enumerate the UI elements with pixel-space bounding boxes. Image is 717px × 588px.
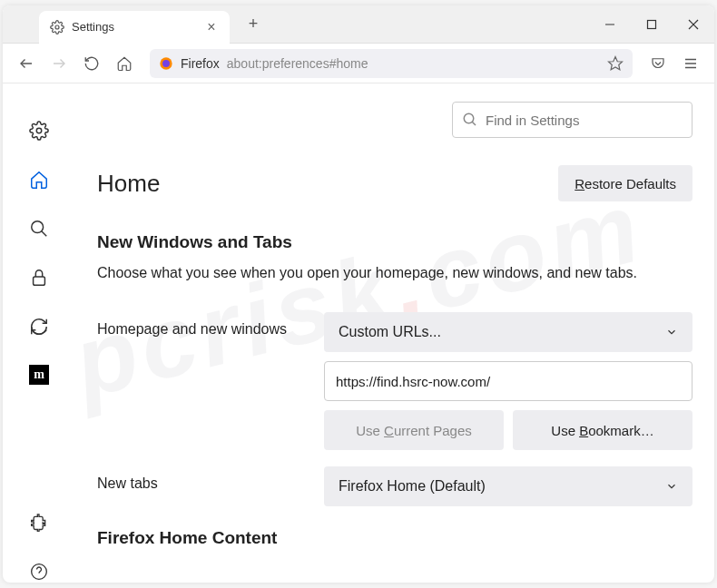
url-address: about:preferences#home	[227, 56, 600, 71]
minimize-button[interactable]	[589, 5, 631, 44]
svg-marker-9	[609, 56, 623, 69]
svg-rect-16	[34, 277, 45, 285]
section-new-windows-title: New Windows and Tabs	[97, 232, 692, 252]
chevron-down-icon	[665, 326, 678, 338]
homepage-select[interactable]: Custom URLs...	[324, 312, 692, 352]
sidebar-sync[interactable]	[28, 316, 50, 338]
newtabs-select-value: Firefox Home (Default)	[339, 478, 486, 495]
url-bar[interactable]: Firefox about:preferences#home	[150, 49, 633, 78]
sidebar: m	[3, 83, 75, 583]
sidebar-more-mozilla[interactable]: m	[29, 365, 49, 385]
bookmark-star-icon[interactable]	[607, 55, 624, 72]
svg-point-0	[55, 25, 59, 29]
sidebar-privacy[interactable]	[28, 267, 50, 289]
sidebar-search[interactable]	[28, 218, 50, 240]
menu-button[interactable]	[676, 49, 705, 78]
sidebar-extensions[interactable]	[28, 512, 50, 534]
svg-point-13	[36, 128, 42, 133]
sidebar-general[interactable]	[28, 120, 50, 142]
sidebar-home[interactable]	[28, 169, 50, 191]
maximize-button[interactable]	[631, 5, 673, 44]
close-window-button[interactable]	[673, 5, 714, 44]
newtabs-select[interactable]: Firefox Home (Default)	[324, 466, 692, 506]
gear-icon	[50, 20, 64, 34]
svg-point-8	[162, 60, 170, 67]
chevron-down-icon	[665, 480, 678, 493]
toolbar: Firefox about:preferences#home	[3, 44, 714, 83]
use-bookmark-button[interactable]: Use Bookmark…	[513, 410, 692, 450]
home-nav-button[interactable]	[110, 49, 139, 78]
newtabs-label: New tabs	[97, 466, 324, 492]
firefox-icon	[159, 56, 173, 71]
tab-title: Settings	[72, 20, 204, 34]
forward-button[interactable]	[44, 49, 74, 78]
svg-rect-2	[648, 20, 656, 28]
reload-button[interactable]	[77, 49, 106, 78]
pocket-button[interactable]	[643, 49, 673, 78]
svg-line-15	[42, 231, 47, 237]
close-tab-icon[interactable]: ×	[204, 20, 219, 34]
use-current-pages-button[interactable]: Use Current Pages	[324, 410, 504, 450]
homepage-url-input[interactable]	[324, 361, 692, 401]
homepage-label: Homepage and new windows	[97, 312, 324, 338]
url-brand: Firefox	[181, 56, 220, 71]
restore-defaults-button[interactable]: Restore Defaults	[558, 165, 692, 201]
svg-point-14	[32, 221, 44, 233]
browser-tab[interactable]: Settings ×	[39, 11, 230, 44]
back-button[interactable]	[12, 49, 41, 78]
section-new-windows-desc: Choose what you see when you open your h…	[97, 265, 692, 281]
homepage-select-value: Custom URLs...	[339, 324, 441, 340]
page-title: Home	[97, 170, 160, 198]
find-settings-input[interactable]	[452, 102, 692, 138]
main-content: Home Restore Defaults New Windows and Ta…	[75, 83, 714, 583]
titlebar: Settings × +	[3, 5, 714, 44]
new-tab-button[interactable]: +	[241, 12, 266, 37]
section-firefox-home-content-title: Firefox Home Content	[97, 528, 692, 548]
sidebar-help[interactable]	[28, 561, 50, 583]
